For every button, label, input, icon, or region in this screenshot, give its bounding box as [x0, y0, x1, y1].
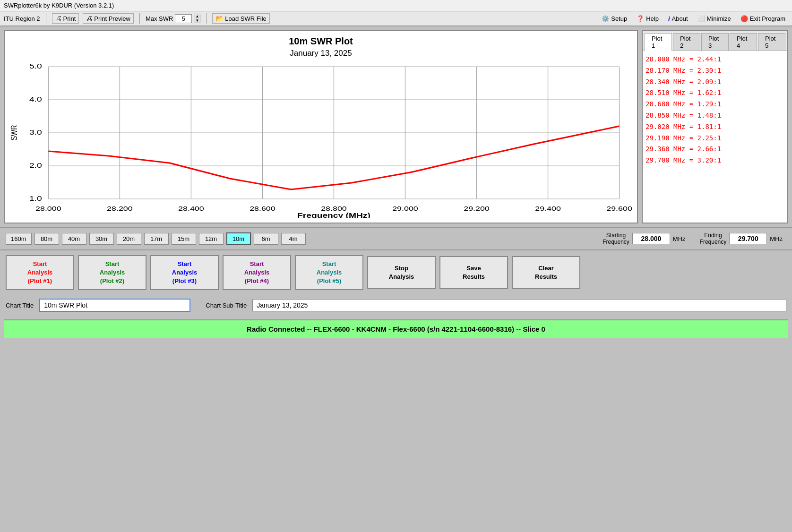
plot-tab-1[interactable]: Plot 1 — [645, 33, 672, 51]
chart-svg: 1.0 2.0 3.0 4.0 5.0 SWR 28.000 28.200 28… — [9, 62, 632, 218]
svg-text:3.0: 3.0 — [29, 129, 42, 137]
chart-subtitle-label: Chart Sub-Title — [206, 302, 247, 309]
svg-text:28.600: 28.600 — [250, 205, 275, 212]
max-swr-spinner: ▲ ▼ — [194, 14, 200, 23]
max-swr-group: Max SWR ▲ ▼ — [146, 14, 200, 23]
plot-subtitle: January 13, 2025 — [9, 49, 632, 58]
analysis-section: StartAnalysis(Plot #1)StartAnalysis(Plot… — [0, 250, 792, 295]
band-btn-30m[interactable]: 30m — [89, 233, 114, 245]
plot-tabs: Plot 1Plot 2Plot 3Plot 4Plot 5 — [643, 31, 787, 51]
svg-text:2.0: 2.0 — [29, 162, 42, 170]
analysis-btn-7[interactable]: SaveResults — [439, 256, 508, 289]
svg-text:1.0: 1.0 — [29, 195, 42, 203]
data-list-item: 28.170 MHz = 2.30:1 — [646, 65, 784, 77]
data-list-item: 29.360 MHz = 2.66:1 — [646, 144, 784, 155]
starting-freq-value: 28.000 — [632, 233, 670, 244]
svg-text:4.0: 4.0 — [29, 96, 42, 103]
about-button[interactable]: i About — [665, 14, 691, 23]
analysis-btn-2[interactable]: StartAnalysis(Plot #2) — [78, 255, 146, 291]
print-button[interactable]: 🖨 Print — [52, 13, 79, 24]
analysis-btn-5[interactable]: StartAnalysis(Plot #5) — [295, 255, 363, 291]
band-section: 160m80m40m30m20m17m15m12m10m6m4m Startin… — [0, 227, 792, 250]
data-list-item: 28.680 MHz = 1.29:1 — [646, 99, 784, 110]
data-list-item: 28.850 MHz = 1.48:1 — [646, 110, 784, 121]
band-btn-80m[interactable]: 80m — [34, 233, 59, 245]
print-preview-icon: 🖨 — [86, 15, 93, 22]
svg-text:28.400: 28.400 — [178, 205, 204, 212]
analysis-btn-6[interactable]: StopAnalysis — [367, 256, 436, 289]
analysis-btn-3[interactable]: StartAnalysis(Plot #3) — [150, 255, 219, 291]
analysis-btn-4[interactable]: StartAnalysis(Plot #4) — [223, 255, 291, 291]
app-title: SWRplotter6k by K9DUR (Version 3.2.1) — [4, 2, 114, 9]
plot-tab-2[interactable]: Plot 2 — [673, 33, 700, 51]
ending-freq-unit: MHz — [770, 235, 783, 242]
ending-freq-value: 29.700 — [729, 233, 767, 244]
band-btn-10m[interactable]: 10m — [226, 232, 251, 245]
chart-title-section: Chart Title Chart Sub-Title — [0, 295, 792, 316]
region-label: ITU Region 2 — [4, 15, 40, 22]
status-bar: Radio Connected -- FLEX-6600 - KK4CNM - … — [4, 319, 788, 338]
separator-1 — [46, 13, 46, 24]
load-swr-icon: 📂 — [215, 15, 224, 22]
band-btn-40m[interactable]: 40m — [62, 233, 86, 245]
band-btn-160m[interactable]: 160m — [6, 233, 32, 245]
data-list: 28.000 MHz = 2.44:128.170 MHz = 2.30:128… — [643, 51, 787, 223]
separator-2 — [139, 13, 140, 24]
chart-title-input[interactable] — [39, 299, 190, 312]
help-button[interactable]: ❓ Help — [634, 14, 662, 23]
svg-text:SWR: SWR — [9, 125, 19, 141]
setup-button[interactable]: ⚙️ Setup — [599, 14, 630, 23]
plot-tab-4[interactable]: Plot 4 — [730, 33, 757, 51]
plot-tab-3[interactable]: Plot 3 — [701, 33, 729, 51]
starting-freq-label: StartingFrequency — [603, 232, 629, 246]
chart-title-label: Chart Title — [6, 302, 34, 309]
help-icon: ❓ — [637, 15, 644, 22]
load-swr-button[interactable]: 📂 Load SWR File — [212, 13, 269, 24]
data-list-item: 29.190 MHz = 2.25:1 — [646, 133, 784, 144]
svg-text:29.600: 29.600 — [606, 205, 632, 212]
band-btn-12m[interactable]: 12m — [199, 233, 224, 245]
analysis-btn-1[interactable]: StartAnalysis(Plot #1) — [6, 255, 74, 291]
svg-text:28.000: 28.000 — [35, 205, 61, 212]
print-preview-button[interactable]: 🖨 Print Preview — [83, 13, 134, 24]
about-icon: i — [668, 15, 670, 22]
title-bar: SWRplotter6k by K9DUR (Version 3.2.1) — [0, 0, 792, 11]
minimize-button[interactable]: ⬜ Minimize — [695, 14, 734, 23]
svg-text:28.200: 28.200 — [107, 205, 133, 212]
svg-text:28.800: 28.800 — [321, 205, 347, 212]
ending-freq-label: EndingFrequency — [700, 232, 727, 246]
max-swr-down[interactable]: ▼ — [194, 18, 200, 23]
data-list-item: 29.020 MHz = 1.81:1 — [646, 121, 784, 133]
exit-button[interactable]: 🔴 Exit Program — [738, 14, 788, 23]
analysis-btn-8[interactable]: ClearResults — [512, 256, 580, 289]
data-list-item: 28.000 MHz = 2.44:1 — [646, 54, 784, 65]
band-btn-17m[interactable]: 17m — [144, 233, 169, 245]
chart-subtitle-input[interactable] — [252, 299, 786, 311]
max-swr-up[interactable]: ▲ — [194, 14, 200, 18]
print-icon: 🖨 — [55, 15, 62, 22]
band-btn-6m[interactable]: 6m — [254, 233, 278, 245]
separator-3 — [206, 13, 207, 24]
plot-area: 10m SWR Plot January 13, 2025 — [4, 30, 638, 223]
minimize-icon: ⬜ — [697, 15, 705, 22]
plot-tab-5[interactable]: Plot 5 — [758, 33, 785, 51]
band-btn-4m[interactable]: 4m — [281, 233, 306, 245]
svg-text:29.200: 29.200 — [464, 205, 490, 212]
data-list-item: 28.510 MHz = 1.62:1 — [646, 87, 784, 99]
max-swr-label: Max SWR — [146, 15, 173, 22]
svg-text:29.400: 29.400 — [535, 205, 561, 212]
main-content: 10m SWR Plot January 13, 2025 — [0, 26, 792, 227]
setup-icon: ⚙️ — [602, 15, 609, 22]
band-btn-15m[interactable]: 15m — [172, 233, 196, 245]
chart-container: 1.0 2.0 3.0 4.0 5.0 SWR 28.000 28.200 28… — [9, 62, 632, 218]
starting-freq-unit: MHz — [673, 235, 686, 242]
plot-title: 10m SWR Plot — [9, 36, 632, 47]
toolbar: ITU Region 2 🖨 Print 🖨 Print Preview Max… — [0, 11, 792, 26]
exit-icon: 🔴 — [740, 15, 748, 22]
max-swr-input[interactable] — [175, 14, 192, 23]
svg-text:Frequency (MHz): Frequency (MHz) — [297, 212, 370, 218]
data-list-item: 29.700 MHz = 3.20:1 — [646, 155, 784, 166]
band-btn-20m[interactable]: 20m — [117, 233, 141, 245]
right-panel: Plot 1Plot 2Plot 3Plot 4Plot 5 28.000 MH… — [642, 30, 788, 223]
data-list-item: 28.340 MHz = 2.09:1 — [646, 77, 784, 88]
